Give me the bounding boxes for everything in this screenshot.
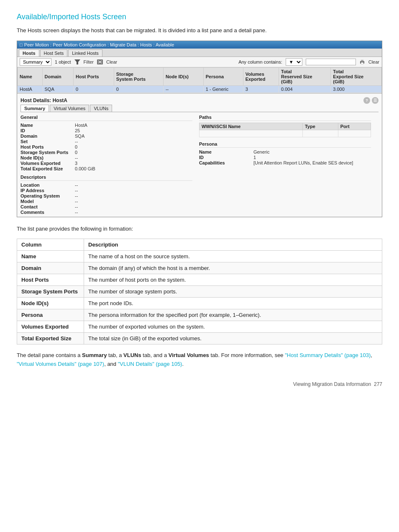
descriptors-section-title: Descriptors [20, 175, 192, 181]
link-host-summary[interactable]: "Host Summary Details" (page 103) [285, 352, 371, 358]
summary-bold: Summary [82, 352, 107, 358]
page-number: 277 [374, 381, 382, 387]
svg-rect-6 [361, 62, 363, 64]
list-pane-intro: The list pane provides the following in … [17, 225, 382, 233]
col-node-ids[interactable]: Node ID(s) [163, 67, 203, 85]
host-details-panel: Host Details: HostA ? ☰ Summary Virtual … [17, 93, 382, 217]
label-id: ID [20, 128, 75, 133]
detail-storage-ports-row: Storage System Ports 0 [20, 150, 192, 155]
col-domain[interactable]: Domain [42, 67, 74, 85]
value-domain: SQA [75, 134, 84, 139]
persona-section-title: Persona [199, 141, 371, 148]
help-icon[interactable]: ? [363, 97, 370, 104]
detail-tabs: Summary Virtual Volumes VLUNs [20, 105, 379, 112]
object-count: 1 object [55, 59, 71, 64]
paths-col-type: Type [302, 123, 338, 130]
col-volumes-exported[interactable]: VolumesExported [243, 67, 279, 85]
desc-row-domain: Domain The domain (if any) of which the … [17, 262, 382, 274]
general-section-title: General [20, 115, 192, 121]
value-contact: -- [75, 204, 78, 209]
value-host-ports: 0 [75, 144, 77, 149]
host-details-title-text: Host Details: HostA [20, 98, 67, 103]
cell-storage-ports: 0 [114, 85, 163, 93]
label-volumes: Volumes Exported [20, 161, 75, 166]
detail-content: General Name HostA ID 25 Domain SQA Set … [20, 115, 379, 215]
label-exported-size: Total Exported Size [20, 166, 75, 171]
label-domain: Domain [20, 134, 75, 139]
desc-col-storage-ports: Storage System Ports [17, 286, 84, 298]
tab-linked-hosts[interactable]: Linked Hosts [68, 49, 102, 57]
desc-desc-persona: The persona information for the specifie… [84, 309, 382, 321]
persona-name-row: Name Generic [199, 149, 371, 154]
detail-tab-summary[interactable]: Summary [20, 105, 49, 112]
value-volumes: 3 [75, 161, 77, 166]
col-storage-system-ports[interactable]: StorageSystem Ports [114, 67, 163, 85]
paths-empty-row [199, 130, 371, 137]
label-os: Operating System [20, 193, 75, 198]
vluns-bold: VLUNs [123, 352, 141, 358]
detail-host-ports-row: Host Ports 0 [20, 144, 192, 149]
desc-col-node-ids: Node ID(s) [17, 298, 84, 309]
desc-desc-header: Description [84, 239, 382, 251]
contains-select[interactable]: ▼ [286, 58, 302, 66]
label-model: Model [20, 199, 75, 204]
desc-desc-name: The name of a host on the source system. [84, 251, 382, 262]
persona-label-name: Name [199, 149, 253, 154]
clear-button[interactable]: Clear [106, 59, 117, 64]
footer-text: The detail pane contains a Summary tab, … [17, 351, 382, 369]
titlebar-icon: □ [20, 42, 23, 47]
label-comments: Comments [20, 210, 75, 215]
persona-label-capabilities: Capabilities [199, 160, 253, 165]
value-os: -- [75, 193, 78, 198]
detail-location-row: Location -- [20, 182, 192, 188]
cell-reserved-size: 0.004 [279, 85, 330, 93]
persona-value-name: Generic [253, 149, 270, 154]
page-footer: Viewing Migration Data Information 277 [17, 381, 382, 387]
detail-exported-size-row: Total Exported Size 0.000 GiB [20, 166, 192, 171]
filter-button[interactable]: Filter [84, 59, 94, 64]
col-host-ports[interactable]: Host Ports [74, 67, 114, 85]
paths-col-wwn: WWN/iSCSI Name [199, 123, 302, 130]
contains-input[interactable] [306, 59, 356, 65]
desc-desc-storage-ports: The number of storage system ports. [84, 286, 382, 298]
detail-node-ids-row: Node ID(s) -- [20, 155, 192, 160]
paths-section-title: Paths [199, 115, 371, 121]
value-ip: -- [75, 188, 78, 193]
ui-titlebar: □ Peer Motion : Peer Motion Configuratio… [17, 41, 382, 49]
desc-row-persona: Persona The persona information for the … [17, 309, 382, 321]
desc-desc-volumes: The number of exported volumes on the sy… [84, 321, 382, 333]
cell-node-ids: -- [163, 85, 203, 93]
table-row[interactable]: HostA SQA 0 0 -- 1 - Generic 3 0.004 3.0… [18, 85, 382, 93]
detail-model-row: Model -- [20, 199, 192, 204]
value-set: -- [75, 139, 78, 144]
detail-name-row: Name HostA [20, 123, 192, 128]
desc-desc-domain: The domain (if any) of which the host is… [84, 262, 382, 274]
link-virtual-volumes[interactable]: "Virtual Volumes Details" (page 107) [17, 361, 104, 367]
svg-rect-5 [361, 60, 363, 62]
cell-volumes: 3 [243, 85, 279, 93]
col-name[interactable]: Name [18, 67, 43, 85]
detail-id-row: ID 25 [20, 128, 192, 133]
detail-tab-virtual-volumes[interactable]: Virtual Volumes [50, 105, 89, 112]
detail-tab-vluns[interactable]: VLUNs [90, 105, 112, 112]
col-total-reserved[interactable]: TotalReserved Size(GiB) [279, 67, 330, 85]
link-vlun-details[interactable]: "VLUN Details" (page 105) [118, 361, 182, 367]
intro-text: The Hosts screen displays the hosts that… [17, 26, 382, 35]
ui-screenshot: □ Peer Motion : Peer Motion Configuratio… [17, 41, 382, 217]
col-persona[interactable]: Persona [203, 67, 243, 85]
tab-hosts[interactable]: Hosts [19, 49, 39, 57]
value-location: -- [75, 182, 78, 188]
settings-icon[interactable]: ☰ [372, 97, 379, 104]
label-set: Set [20, 139, 75, 144]
tab-host-sets[interactable]: Host Sets [40, 49, 68, 57]
hosts-table: Name Domain Host Ports StorageSystem Por… [17, 67, 382, 93]
view-select[interactable]: Summary [20, 58, 51, 66]
print-icon [359, 59, 365, 64]
detail-contact-row: Contact -- [20, 204, 192, 209]
persona-id-row: ID 1 [199, 155, 371, 160]
desc-row-host-ports: Host Ports The number of host ports on t… [17, 274, 382, 286]
host-details-title-bar: Host Details: HostA ? ☰ [20, 95, 379, 105]
clear-button-2[interactable]: Clear [368, 59, 379, 64]
col-total-exported[interactable]: TotalExported Size(GiB) [331, 67, 382, 85]
titlebar-text: Peer Motion : Peer Motion Configuration … [24, 42, 174, 47]
